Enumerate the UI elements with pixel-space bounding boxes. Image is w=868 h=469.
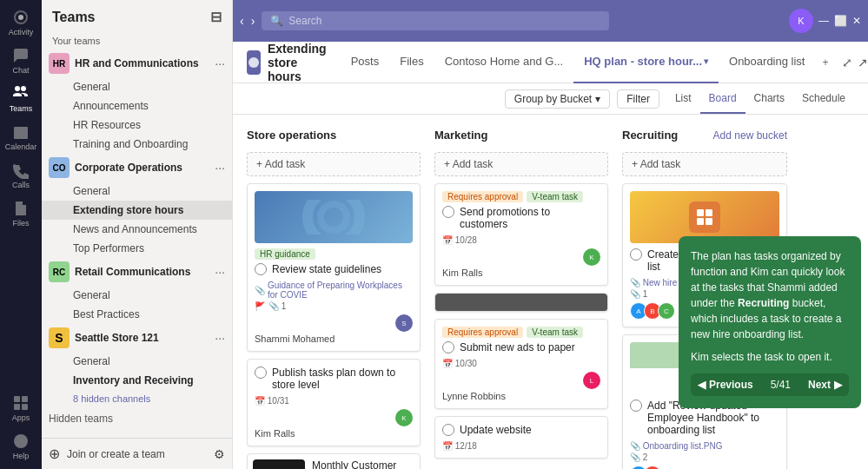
channel-hr-resources[interactable]: HR Resources	[42, 116, 232, 135]
task-meta-publish: 📅 10/31	[255, 396, 413, 406]
add-task-recruiting[interactable]: + Add task	[622, 152, 787, 176]
minimize-icon[interactable]: —	[818, 15, 829, 27]
task-checkbox-website[interactable]	[442, 424, 454, 436]
nav-icon-activity[interactable]: Activity	[3, 5, 38, 40]
add-task-store-ops[interactable]: + Add task	[247, 152, 421, 176]
search-input[interactable]	[288, 15, 600, 27]
task-card-ads[interactable]: Requires approval V-team task Submit new…	[434, 319, 608, 409]
expand-icon[interactable]: ⤢	[842, 56, 852, 69]
channel-news[interactable]: News and Announcements	[42, 220, 232, 239]
nav-icon-apps[interactable]: Apps	[3, 391, 38, 426]
team-corp[interactable]: CO Corporate Operations ···	[42, 154, 232, 182]
task-checkbox-publish[interactable]	[255, 367, 267, 379]
tab-contoso[interactable]: Contoso Home and G...	[434, 42, 574, 83]
channel-general-corp[interactable]: General	[42, 182, 232, 201]
channel-tabs: Posts Files Contoso Home and G... HQ pla…	[341, 42, 836, 83]
channel-inventory[interactable]: Inventory and Receiving	[42, 371, 232, 390]
tab-hq-plan[interactable]: HQ plan - store hour... ▾	[573, 42, 719, 83]
group-by-button[interactable]: Group by Bucket ▾	[505, 89, 610, 109]
tooltip-next-button[interactable]: Next ▶	[808, 377, 842, 393]
channel-training[interactable]: Training and Onboarding	[42, 135, 232, 154]
task-checkbox-ads[interactable]	[442, 341, 454, 353]
channel-general-hr[interactable]: General	[42, 77, 232, 96]
view-tab-board[interactable]: Board	[700, 84, 745, 114]
team-seattle-more[interactable]: ···	[215, 331, 225, 345]
channel-announcements[interactable]: Announcements	[42, 96, 232, 116]
task-avatar-kim-2: K	[583, 248, 600, 266]
avatar-name-kim: Kim Ralls	[255, 428, 413, 439]
hidden-channels[interactable]: 8 hidden channels	[42, 390, 232, 407]
col-store-ops-header: Store operations	[247, 125, 421, 145]
card-img-blue	[255, 191, 413, 243]
nav-icon-teams[interactable]: Teams	[3, 82, 38, 116]
tab-dropdown-icon[interactable]: ▾	[704, 56, 708, 66]
team-corp-more[interactable]: ···	[215, 161, 225, 175]
recruiting-icon	[689, 201, 720, 233]
search-bar[interactable]: 🔍	[262, 11, 609, 30]
nav-icon-chat[interactable]: Chat	[3, 43, 38, 78]
tab-files[interactable]: Files	[389, 42, 434, 83]
task-row-ads: Submit new ads to paper	[442, 341, 600, 357]
team-retail[interactable]: RC Retail Communications ···	[42, 258, 232, 286]
forward-icon[interactable]: ›	[251, 14, 255, 28]
view-tab-schedule[interactable]: Schedule	[793, 84, 854, 114]
add-new-bucket-btn[interactable]: Add new bucket	[713, 126, 787, 145]
svg-rect-1	[14, 127, 28, 139]
svg-point-0	[18, 15, 23, 20]
filter-button[interactable]: Filter	[617, 89, 659, 109]
tooltip-bubble: The plan has tasks organized by function…	[679, 236, 861, 408]
badge-requires-approval-2: Requires approval	[442, 327, 523, 338]
nav-icon-help[interactable]: Help	[3, 429, 38, 464]
nav-icon-files[interactable]: Files	[3, 196, 38, 231]
svg-rect-5	[22, 404, 28, 410]
team-hr-more[interactable]: ···	[215, 56, 225, 70]
view-tab-list[interactable]: List	[666, 84, 700, 114]
join-create-team[interactable]: ⊕ Join or create a team ⚙	[42, 438, 232, 469]
svg-rect-12	[706, 209, 712, 216]
task-card-outreach[interactable]: Customer outreach V-team task Customer o…	[434, 293, 608, 312]
task-card-website[interactable]: Update website 📅 12/18	[434, 416, 608, 459]
svg-rect-3	[22, 396, 28, 402]
card-badges-promo: Requires approval V-team task	[442, 191, 600, 202]
share-icon[interactable]: ↗	[858, 56, 868, 69]
team-hr[interactable]: HR HR and Communications ···	[42, 50, 232, 77]
team-retail-more[interactable]: ···	[215, 265, 225, 279]
user-avatar[interactable]: K	[789, 9, 813, 33]
task-checkbox-new-hire[interactable]	[630, 248, 642, 261]
tab-onboarding[interactable]: Onboarding list	[719, 42, 815, 83]
back-icon[interactable]: ‹	[240, 14, 244, 28]
tab-add-icon[interactable]: +	[815, 42, 835, 83]
task-checkbox-review[interactable]	[255, 263, 267, 275]
task-checkbox-onboard[interactable]	[630, 400, 642, 412]
task-card-publish[interactable]: Publish tasks plan down to store level 📅…	[247, 359, 421, 446]
channel-extending-store[interactable]: Extending store hours	[42, 201, 232, 220]
tooltip-prev-button[interactable]: ◀ Previous	[698, 377, 753, 393]
sidebar-filter-icon[interactable]: ⊟	[210, 9, 222, 25]
channel-best-practices[interactable]: Best Practices	[42, 305, 232, 324]
hidden-teams[interactable]: Hidden teams	[42, 407, 232, 430]
prev-arrow-icon: ◀	[698, 377, 706, 393]
task-card-promotions[interactable]: Requires approval V-team task Send promo…	[434, 183, 608, 286]
nav-icon-calendar[interactable]: Calendar	[3, 120, 38, 155]
add-task-marketing[interactable]: + Add task	[434, 152, 608, 176]
card-badges-ads: Requires approval V-team task	[442, 327, 600, 338]
topbar-actions: K — ⬜ ✕	[789, 9, 861, 33]
task-checkbox-promo[interactable]	[442, 206, 454, 218]
customer-img: Customer outreach	[435, 294, 607, 312]
channel-general-seattle[interactable]: General	[42, 352, 232, 371]
channel-top-performers[interactable]: Top Performers	[42, 239, 232, 258]
sidebar: Teams ⊟ Your teams HR HR and Communicati…	[42, 0, 233, 469]
restore-icon[interactable]: ⬜	[834, 15, 847, 27]
tab-posts[interactable]: Posts	[341, 42, 390, 83]
task-card-feedback[interactable]: Thank You for Shopping With us (online) …	[247, 453, 421, 469]
svg-point-8	[248, 57, 259, 68]
close-icon[interactable]: ✕	[852, 15, 861, 27]
nav-icon-calls[interactable]: Calls	[3, 158, 38, 193]
sidebar-settings-icon[interactable]: ⚙	[214, 447, 225, 461]
channel-general-retail[interactable]: General	[42, 286, 232, 305]
team-seattle[interactable]: S Seattle Store 121 ···	[42, 324, 232, 352]
view-tab-charts[interactable]: Charts	[745, 84, 793, 114]
tooltip-nav: ◀ Previous 5/41 Next ▶	[691, 373, 849, 396]
badge-hr-guidance: HR guidance	[255, 248, 315, 260]
task-card-hr-guidance[interactable]: HR guidance Review state guidelines 📎 Gu…	[247, 183, 421, 352]
